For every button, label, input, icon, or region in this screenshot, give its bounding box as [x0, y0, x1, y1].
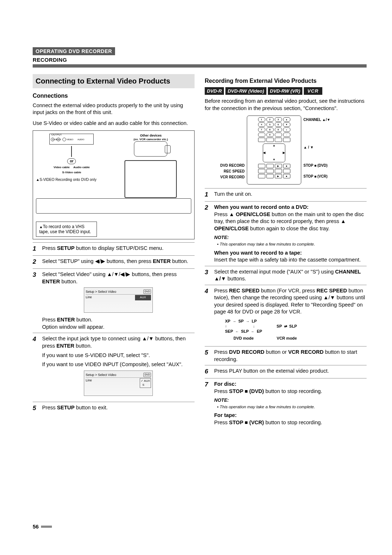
diagram-or-label: or [67, 158, 76, 164]
step-num: 6 [205, 368, 211, 376]
right-step6: Press PLAY button on the external video … [214, 368, 367, 376]
label-stop-vcr: STOP ■ (VCR) [303, 174, 347, 179]
right-step5: Press DVD RECORD button or VCR RECORD bu… [214, 349, 367, 363]
osd1-tag: DVD [143, 289, 151, 294]
label-channel: CHANNEL ▲/▼ [303, 117, 347, 123]
media-badges: DVD-R DVD-RW (Video) DVD-RW (VR) VCR [205, 87, 367, 95]
footer-bar-icon [41, 526, 52, 528]
badge-dvdr: DVD-R [205, 87, 224, 95]
step-num: 3 [33, 271, 39, 331]
step-num: 1 [33, 245, 39, 253]
osd1-title: Setup > Select Video [86, 289, 116, 294]
right-step2: Press OPEN/CLOSE button on the main unit… [214, 211, 367, 232]
left-step4b: If you want to use S-VIDEO INPUT, select… [42, 352, 195, 359]
connection-diagram: OUTPUT S-VIDEO VIDEO AUDIO or Video cabl… [33, 130, 195, 239]
svideo-cable-label: S-Video cable [62, 171, 81, 174]
label-vcr-record: VCR RECORD [205, 174, 245, 180]
right-step2-t: Insert the tape with a safety tab into t… [214, 256, 367, 264]
other-devices-sub: (ex. VCR camcorder etc.) [134, 138, 168, 141]
svideo-note: S-VIDEO Recording onto DVD only [40, 178, 97, 182]
camcorder-icon [134, 141, 167, 157]
right-step7: Press STOP (DVD) button to stop recordin… [214, 388, 367, 395]
right-step2-h: When you want to record onto a DVD: [214, 204, 367, 211]
label-dvd-record: DVD RECORD [205, 163, 245, 169]
right-p1: Before recording from an external video … [205, 98, 367, 112]
audio-cable-label: Audio cable [73, 166, 90, 169]
video-cable-label: Video cable [54, 166, 70, 169]
left-heading: Connecting to External Video Products [33, 74, 195, 88]
note-label: NOTE: [214, 234, 367, 241]
left-step4c: If you want to use VIDEO INPUT (Composit… [42, 361, 195, 368]
right-step2-th: When you want to record to a tape: [214, 250, 367, 257]
badge-vcr: VCR [304, 87, 322, 95]
osd-screenshot-2: Setup > Select VideoDVD Line ✓ AUX S [84, 370, 153, 396]
page-footer: 56 [33, 523, 52, 530]
diagram-video-label: VIDEO [66, 138, 73, 141]
osd-screenshot-1: Setup > Select VideoDVD LineAUX [84, 287, 153, 313]
connections-p1: Connect the external video products prop… [33, 102, 195, 116]
right-step7-t: Press STOP (VCR) button to stop recordin… [214, 419, 367, 426]
vcr-mode-label: VCR mode [277, 336, 297, 341]
diagram-svideo-label: S-VIDEO [52, 138, 61, 141]
right-step4: Press REC SPEED button (For VCR, press R… [214, 287, 367, 316]
left-step2: Select "SETUP" using / buttons, then pre… [42, 258, 188, 264]
right-heading: Recording from External Video Products [205, 77, 367, 85]
dvd-mode-label: DVD mode [225, 336, 262, 341]
step-num: 5 [205, 349, 211, 363]
osd2-line: Line [86, 378, 92, 388]
caution-icon-2 [39, 224, 43, 229]
header-rule [33, 64, 367, 68]
note-label-2: NOTE: [214, 397, 367, 404]
page-number: 56 [33, 523, 39, 530]
osd2-opt-aux: AUX [144, 379, 150, 382]
remote-diagram: DVD RECORD REC SPEED VCR RECORD 123▲ 456… [205, 116, 367, 185]
step-num: 1 [205, 191, 211, 199]
speed-diagram: XP→SP→LP ↑↓ SEP←SLP←EP DVD mode SP⇄SLP V… [225, 319, 367, 341]
caution-icon [36, 178, 40, 182]
right-step1: Turn the unit on. [214, 191, 367, 199]
step-num: 4 [33, 335, 39, 399]
connections-heading: Connections [33, 92, 195, 100]
note-1: • This operation may take a few minutes … [217, 242, 367, 247]
left-step3b: Press ENTER button. [42, 316, 195, 324]
diagram-output-label: OUTPUT [51, 133, 62, 136]
section-tag: OPERATING DVD RECORDER [33, 47, 115, 55]
step-num: 2 [205, 204, 211, 263]
right-step3: Select the external input mode ("AUX" or… [214, 268, 367, 283]
label-rec-speed: REC SPEED [205, 169, 245, 174]
osd1-line: Line [86, 295, 92, 300]
badge-dvdrw-vr: DVD-RW (VR) [268, 87, 303, 95]
left-step1: Press SETUP button to display SETUP/DISC… [42, 245, 163, 251]
left-step3: Select "Select Video" using /// buttons,… [42, 271, 177, 284]
diagram-audio-label: AUDIO [77, 138, 84, 141]
osd2-opt-s: S [142, 383, 144, 386]
step-num: 4 [205, 287, 211, 344]
osd2-tag: DVD [143, 373, 151, 377]
other-devices-label: Other devices [140, 134, 162, 138]
step-num: 2 [33, 258, 39, 266]
left-step5: Press SETUP button to exit. [42, 405, 108, 410]
left-step3c: Option window will appear. [42, 324, 195, 331]
badge-dvdrw-video: DVD-RW (Video) [225, 87, 266, 95]
left-step4a: Select the input jack type to connect us… [42, 335, 195, 349]
sub-title: RECORDING [33, 57, 367, 63]
unit-icon [36, 198, 191, 214]
right-step7-th: For tape: [214, 412, 367, 419]
label-updown: ▲ / ▼ [303, 145, 347, 150]
label-stop-dvd: STOP ■ (DVD) [303, 163, 347, 169]
caution-text: To record onto a VHS tape, use the VIDEO… [39, 224, 91, 234]
osd1-aux: AUX [135, 295, 151, 300]
osd2-title: Setup > Select Video [86, 373, 116, 377]
step-num: 7 [205, 381, 211, 426]
step-num: 5 [33, 404, 39, 413]
right-step7-h: For disc: [214, 381, 367, 388]
tv-icon [124, 160, 177, 198]
step-num: 3 [205, 268, 211, 283]
note-2: • This operation may take a few minutes … [217, 404, 367, 410]
connections-p2: Use S-Video or video cable and an audio … [33, 120, 195, 127]
